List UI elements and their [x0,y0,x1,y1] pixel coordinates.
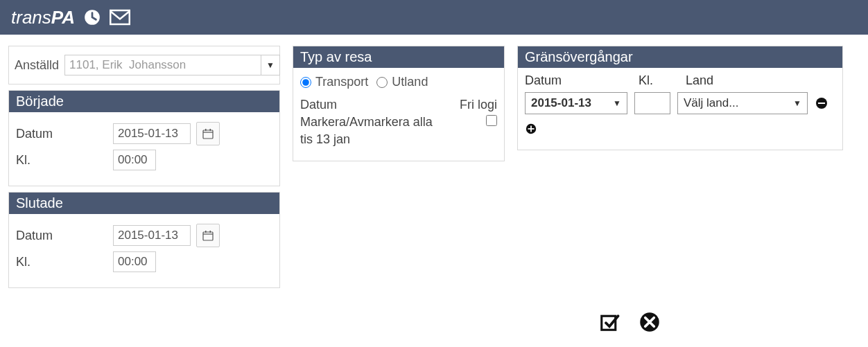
border-row: 2015-01-13 ▼ Välj land... ▼ [525,92,835,114]
svg-rect-11 [818,103,825,104]
radio-abroad[interactable]: Utland [376,75,428,89]
chevron-down-icon: ▼ [793,98,801,108]
svg-rect-8 [205,231,207,233]
border-col-country: Land [686,73,835,88]
svg-rect-1 [110,10,130,24]
svg-rect-4 [205,129,207,131]
border-panel: Gränsövergångar Datum Kl. Land 2015-01-1… [517,46,843,150]
trip-col-free: Fri logi [460,98,497,112]
footer-actions [0,312,868,336]
confirm-icon[interactable] [599,312,620,336]
start-panel: Började Datum Kl. [8,90,280,186]
col-left: Anställd ▼ Började Datum [8,46,280,294]
border-country-value: Välj land... [684,96,738,110]
svg-rect-14 [530,126,532,132]
chevron-down-icon[interactable]: ▼ [261,55,280,75]
start-date-label: Datum [16,127,113,141]
start-time-label: Kl. [16,153,113,168]
radio-transport-input[interactable] [300,77,311,88]
chevron-down-icon: ▼ [613,98,621,108]
end-date-label: Datum [16,229,113,243]
end-header: Slutade [9,193,279,214]
svg-rect-5 [210,129,211,131]
end-panel: Slutade Datum Kl. [8,192,280,288]
cancel-icon[interactable] [639,312,660,336]
end-time-input[interactable] [113,251,156,272]
radio-transport[interactable]: Transport [300,75,368,89]
mark-all-checkbox[interactable] [486,115,497,126]
border-time-input[interactable] [634,92,670,114]
trip-col-date: Datum [300,98,460,112]
svg-rect-6 [203,232,213,240]
trip-day: tis 13 jan [300,132,460,147]
remove-row-icon[interactable] [815,96,828,110]
calendar-icon[interactable] [196,122,220,145]
col-mid: Typ av resa Transport Utland Datum Ma [293,46,505,167]
end-date-input[interactable] [113,225,191,246]
employee-select[interactable] [64,55,261,75]
radio-abroad-input[interactable] [376,77,388,88]
trip-header: Typ av resa [293,46,504,68]
border-date-value: 2015-01-13 [531,96,591,110]
add-row-icon[interactable] [525,123,537,135]
col-right: Gränsövergångar Datum Kl. Land 2015-01-1… [517,46,843,156]
svg-rect-9 [210,231,211,233]
svg-rect-2 [203,130,213,139]
radio-transport-label: Transport [315,75,368,89]
employee-panel: Anställd ▼ [8,46,280,84]
employee-label: Anställd [15,58,59,73]
main-content: Anställd ▼ Började Datum [0,35,868,305]
border-header: Gränsövergångar [518,46,842,68]
start-date-input[interactable] [113,123,191,144]
calendar-icon[interactable] [196,224,220,247]
start-time-input[interactable] [113,150,156,170]
clock-arrow-icon[interactable] [83,8,101,26]
topbar: transPA [0,0,868,35]
trip-type-panel: Typ av resa Transport Utland Datum Ma [293,46,505,161]
trip-mark-all: Markera/Avmarkera alla [300,115,460,130]
radio-abroad-label: Utland [392,75,428,89]
border-country-select[interactable]: Välj land... ▼ [677,92,808,114]
border-col-date: Datum [525,73,627,88]
start-header: Började [9,91,279,112]
brand-logo: transPA [11,7,75,28]
border-date-select[interactable]: 2015-01-13 ▼ [525,92,627,114]
end-time-label: Kl. [16,255,113,269]
mail-icon[interactable] [110,9,130,26]
border-col-time: Kl. [639,73,675,88]
